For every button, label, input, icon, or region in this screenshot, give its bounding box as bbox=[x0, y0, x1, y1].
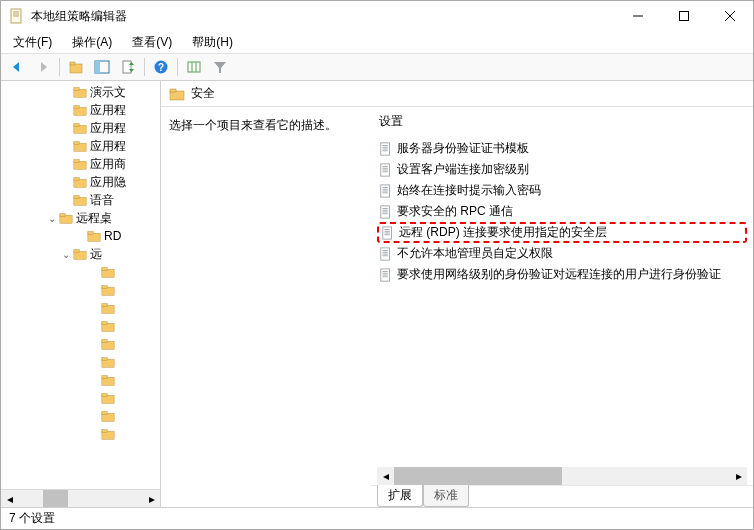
content-title: 安全 bbox=[191, 85, 215, 102]
svg-rect-56 bbox=[102, 431, 114, 439]
help-button[interactable]: ? bbox=[149, 56, 173, 78]
tree-item[interactable] bbox=[1, 335, 160, 353]
setting-item[interactable]: 要求安全的 RPC 通信 bbox=[377, 201, 747, 222]
tree-item[interactable]: ⌄远 bbox=[1, 245, 160, 263]
scroll-left-icon[interactable]: ◂ bbox=[1, 490, 18, 507]
settings-list: 服务器身份验证证书模板设置客户端连接加密级别始终在连接时提示输入密码要求安全的 … bbox=[371, 138, 753, 467]
setting-item[interactable]: 服务器身份验证证书模板 bbox=[377, 138, 747, 159]
tree-item[interactable]: 语音 bbox=[1, 191, 160, 209]
content-header: 安全 bbox=[161, 81, 753, 107]
close-button[interactable] bbox=[707, 1, 753, 31]
setting-item[interactable]: 设置客户端连接加密级别 bbox=[377, 159, 747, 180]
tree-item-label: 应用程 bbox=[90, 102, 126, 119]
svg-rect-41 bbox=[102, 286, 107, 289]
toolbar: ? bbox=[1, 53, 753, 81]
svg-text:?: ? bbox=[158, 62, 164, 73]
list-horizontal-scrollbar[interactable]: ◂ ▸ bbox=[377, 467, 747, 485]
svg-rect-50 bbox=[102, 377, 114, 385]
svg-rect-47 bbox=[102, 340, 107, 343]
svg-rect-59 bbox=[170, 89, 176, 92]
tree-item[interactable]: ⌄远程桌 bbox=[1, 209, 160, 227]
navigation-tree[interactable]: 演示文应用程应用程应用程应用商应用隐语音⌄远程桌RD⌄远 ◂ ▸ bbox=[1, 81, 161, 507]
svg-rect-12 bbox=[123, 61, 131, 73]
policy-icon bbox=[379, 142, 393, 156]
svg-rect-26 bbox=[74, 161, 86, 169]
svg-rect-21 bbox=[74, 106, 79, 109]
tree-item[interactable]: 应用隐 bbox=[1, 173, 160, 191]
svg-rect-27 bbox=[74, 160, 79, 163]
policy-icon bbox=[381, 226, 395, 240]
up-button[interactable] bbox=[64, 56, 88, 78]
tree-item[interactable]: 演示文 bbox=[1, 83, 160, 101]
maximize-button[interactable] bbox=[661, 1, 707, 31]
tree-item[interactable] bbox=[1, 317, 160, 335]
window-title: 本地组策略编辑器 bbox=[31, 8, 615, 25]
tree-horizontal-scrollbar[interactable]: ◂ ▸ bbox=[1, 489, 160, 507]
tree-item[interactable] bbox=[1, 299, 160, 317]
svg-rect-30 bbox=[74, 197, 86, 205]
tree-item[interactable] bbox=[1, 371, 160, 389]
tree-item[interactable]: 应用商 bbox=[1, 155, 160, 173]
policy-icon bbox=[379, 268, 393, 282]
svg-rect-32 bbox=[60, 215, 72, 223]
menu-view[interactable]: 查看(V) bbox=[124, 32, 180, 53]
scroll-right-icon[interactable]: ▸ bbox=[143, 490, 160, 507]
description-pane: 选择一个项目来查看它的描述。 bbox=[161, 107, 371, 507]
svg-rect-42 bbox=[102, 305, 114, 313]
export-button[interactable] bbox=[116, 56, 140, 78]
scroll-left-icon[interactable]: ◂ bbox=[377, 467, 394, 485]
tree-item-label: 语音 bbox=[90, 192, 114, 209]
tree-item[interactable]: 应用程 bbox=[1, 137, 160, 155]
show-hide-tree-button[interactable] bbox=[90, 56, 114, 78]
tree-item[interactable]: RD bbox=[1, 227, 160, 245]
setting-item[interactable]: 始终在连接时提示输入密码 bbox=[377, 180, 747, 201]
chevron-down-icon[interactable]: ⌄ bbox=[45, 213, 59, 224]
forward-button[interactable] bbox=[31, 56, 55, 78]
tree-item[interactable]: 应用程 bbox=[1, 101, 160, 119]
setting-item[interactable]: 要求使用网络级别的身份验证对远程连接的用户进行身份验证 bbox=[377, 264, 747, 285]
policy-icon bbox=[379, 205, 393, 219]
chevron-down-icon[interactable]: ⌄ bbox=[59, 249, 73, 260]
minimize-button[interactable] bbox=[615, 1, 661, 31]
svg-rect-49 bbox=[102, 358, 107, 361]
menu-action[interactable]: 操作(A) bbox=[64, 32, 120, 53]
tab-extended[interactable]: 扩展 bbox=[377, 485, 423, 507]
tree-item[interactable] bbox=[1, 389, 160, 407]
svg-rect-15 bbox=[188, 62, 200, 72]
svg-rect-58 bbox=[170, 91, 184, 100]
setting-label: 设置客户端连接加密级别 bbox=[397, 161, 529, 178]
menu-file[interactable]: 文件(F) bbox=[5, 32, 60, 53]
tree-item-label: 应用商 bbox=[90, 156, 126, 173]
svg-rect-8 bbox=[70, 64, 82, 73]
tree-item-label: 远 bbox=[90, 246, 102, 263]
tree-item[interactable] bbox=[1, 263, 160, 281]
svg-rect-23 bbox=[74, 124, 79, 127]
menu-help[interactable]: 帮助(H) bbox=[184, 32, 241, 53]
tree-item[interactable] bbox=[1, 353, 160, 371]
policy-icon bbox=[379, 184, 393, 198]
svg-rect-20 bbox=[74, 107, 86, 115]
setting-item[interactable]: 远程 (RDP) 连接要求使用指定的安全层 bbox=[377, 222, 747, 243]
tree-item[interactable] bbox=[1, 407, 160, 425]
svg-rect-53 bbox=[102, 394, 107, 397]
svg-rect-35 bbox=[88, 232, 93, 235]
status-text: 7 个设置 bbox=[9, 510, 55, 527]
setting-item[interactable]: 不允许本地管理员自定义权限 bbox=[377, 243, 747, 264]
svg-rect-46 bbox=[102, 341, 114, 349]
tree-item[interactable] bbox=[1, 425, 160, 443]
svg-rect-43 bbox=[102, 304, 107, 307]
back-button[interactable] bbox=[5, 56, 29, 78]
filter-button[interactable] bbox=[208, 56, 232, 78]
svg-rect-22 bbox=[74, 125, 86, 133]
svg-rect-34 bbox=[88, 233, 100, 241]
filter-options-button[interactable] bbox=[182, 56, 206, 78]
scroll-right-icon[interactable]: ▸ bbox=[730, 467, 747, 485]
svg-rect-5 bbox=[680, 12, 689, 21]
column-header-setting[interactable]: 设置 bbox=[371, 107, 753, 138]
tab-standard[interactable]: 标准 bbox=[423, 485, 469, 507]
tree-item[interactable]: 应用程 bbox=[1, 119, 160, 137]
setting-label: 始终在连接时提示输入密码 bbox=[397, 182, 541, 199]
tree-item[interactable] bbox=[1, 281, 160, 299]
svg-rect-31 bbox=[74, 196, 79, 199]
svg-rect-40 bbox=[102, 287, 114, 295]
